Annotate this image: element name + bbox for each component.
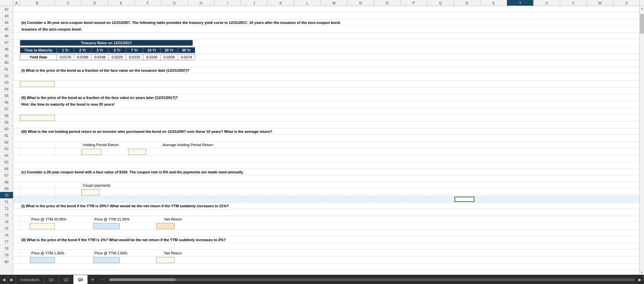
row-num-48[interactable]: 48 [0, 46, 13, 52]
row-num-63[interactable]: 63 [0, 145, 13, 152]
row-num-59[interactable]: 59 [0, 119, 13, 126]
row-num-77[interactable]: 77 [0, 238, 13, 245]
row-num-67[interactable]: 67 [0, 172, 13, 179]
column-headers: A B C D E F G H I J K L M N O P Q R S T … [0, 0, 644, 6]
horizontal-scrollbar-thumb[interactable] [109, 278, 176, 281]
treasury-col-2yr: 2 Yr [74, 47, 91, 53]
row-num-79[interactable]: 79 [0, 252, 13, 258]
scroll-up-arrow[interactable]: ▲ [640, 6, 644, 11]
row-num-75[interactable]: 75 [0, 225, 13, 232]
col-header-G[interactable]: G [161, 0, 188, 6]
scroll-track[interactable] [640, 11, 644, 270]
col-header-H[interactable]: H [188, 0, 214, 6]
col-header-Q[interactable]: Q [427, 0, 454, 6]
horizontal-scrollbar-area[interactable] [108, 275, 636, 284]
row-num-66[interactable]: 66 [0, 165, 13, 172]
question-iii-label: (III) What is the net holding period ret… [20, 130, 272, 134]
row-num-78[interactable]: 78 [0, 245, 13, 252]
treasury-header-row: Time to Maturity 1 Yr 2 Yr 3 Yr 5 Yr 7 Y… [20, 47, 195, 53]
col-header-W[interactable]: W [587, 0, 613, 6]
horizontal-scrollbar-track[interactable] [109, 278, 635, 281]
row-num-46[interactable]: 46 [0, 33, 13, 39]
net-return-ii-input[interactable] [156, 257, 175, 263]
col-header-K[interactable]: K [268, 0, 294, 6]
row-num-65[interactable]: 65 [0, 159, 13, 165]
col-header-Y[interactable]: Y [640, 0, 644, 6]
row-num-49[interactable]: 49 [0, 52, 13, 59]
net-return-i-input[interactable] [156, 223, 175, 229]
row-num-80[interactable]: 80 [0, 258, 13, 265]
col-header-E[interactable]: E [108, 0, 135, 6]
scroll-thumb[interactable] [640, 14, 644, 34]
price-ytm-2-input[interactable] [93, 257, 120, 263]
col-header-S[interactable]: S [480, 0, 507, 6]
row-num-69[interactable]: 69 [0, 185, 13, 192]
avg-holding-period-input[interactable] [128, 149, 146, 155]
row-num-58[interactable]: 58 [0, 112, 13, 119]
tab-Q3[interactable]: Q3 [73, 275, 88, 284]
row-num-74[interactable]: 74 [0, 219, 13, 225]
row-num-42[interactable]: 42 [0, 6, 13, 13]
col-header-R[interactable]: R [454, 0, 480, 6]
row-num-43[interactable]: 43 [0, 13, 13, 19]
tab-nav-prev[interactable]: ◀ [0, 275, 8, 284]
col-header-J[interactable]: J [241, 0, 268, 6]
col-header-M[interactable]: M [321, 0, 347, 6]
scroll-down-arrow[interactable]: ▼ [640, 270, 644, 275]
row-num-53[interactable]: 53 [0, 79, 13, 86]
row-num-54[interactable]: 54 [0, 86, 13, 92]
row-num-68[interactable]: 68 [0, 179, 13, 185]
col-header-U[interactable]: U [534, 0, 560, 6]
col-header-P[interactable]: P [401, 0, 427, 6]
row-num-76[interactable]: 76 [0, 232, 13, 238]
row-num-72[interactable]: 72 [0, 205, 13, 212]
row-num-71[interactable]: 71 [0, 199, 13, 205]
tab-instructions[interactable]: Instructions [16, 275, 44, 284]
row-49: Yield Rate 0.0176 0.0189 0.0198 0.0220 0… [13, 54, 639, 60]
col-header-O[interactable]: O [374, 0, 401, 6]
question-b-intro: (b) Consider a 30-year zero-coupon bond … [20, 21, 341, 25]
scroll-right-btn[interactable]: ▶ [636, 275, 644, 284]
col-header-I[interactable]: I [214, 0, 241, 6]
row-num-44[interactable]: 44 [0, 19, 13, 26]
row-num-64[interactable]: 64 [0, 152, 13, 159]
holding-period-input[interactable] [81, 149, 101, 155]
row-num-50[interactable]: 50 [0, 59, 13, 66]
col-header-N[interactable]: N [347, 0, 374, 6]
col-header-A[interactable]: A [13, 0, 20, 6]
row-num-61[interactable]: 61 [0, 132, 13, 139]
col-header-C[interactable]: C [55, 0, 81, 6]
row-num-47[interactable]: 47 [0, 39, 13, 46]
row-num-62[interactable]: 62 [0, 139, 13, 145]
col-header-X[interactable]: X [613, 0, 640, 6]
row-num-45[interactable]: 45 [0, 26, 13, 33]
col-header-F[interactable]: F [135, 0, 161, 6]
input-box-i-answer[interactable] [20, 81, 55, 87]
row-num-70[interactable]: 70 [0, 192, 13, 199]
cell-T70-input[interactable] [454, 197, 474, 202]
col-header-B[interactable]: B [20, 0, 55, 6]
row-num-73[interactable]: 73 [0, 212, 13, 219]
price-ytm-20-input[interactable] [30, 223, 55, 229]
tab-add-button[interactable]: + [88, 275, 97, 284]
tab-options-button[interactable]: ⋯ [98, 275, 108, 284]
row-num-60[interactable]: 60 [0, 126, 13, 132]
col-header-V[interactable]: V [560, 0, 587, 6]
tab-nav-next[interactable]: ▶ [8, 275, 16, 284]
row-num-55[interactable]: 55 [0, 92, 13, 99]
tab-Q1[interactable]: Q1 [44, 275, 59, 284]
price-ytm-21-input[interactable] [93, 223, 120, 229]
col-header-T[interactable]: T [507, 0, 534, 6]
row-num-56[interactable]: 56 [0, 99, 13, 106]
price-ytm-1-input[interactable] [30, 257, 55, 263]
net-return-ii-label: Net Return [163, 251, 190, 255]
row-num-51[interactable]: 51 [0, 66, 13, 72]
row-num-52[interactable]: 52 [0, 72, 13, 79]
input-box-ii-answer[interactable] [20, 115, 55, 121]
tab-Q2[interactable]: Q2 [59, 275, 73, 284]
coupon-payments-input[interactable] [81, 189, 100, 195]
col-header-L[interactable]: L [294, 0, 321, 6]
row-num-57[interactable]: 57 [0, 106, 13, 112]
right-scrollbar[interactable]: ▲ ▼ [639, 6, 644, 275]
col-header-D[interactable]: D [81, 0, 108, 6]
